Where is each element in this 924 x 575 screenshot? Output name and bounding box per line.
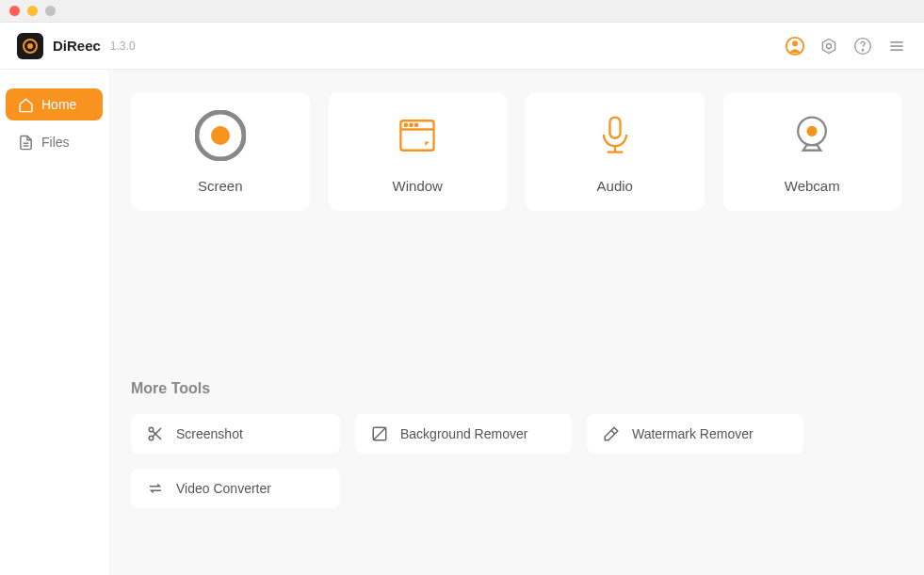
files-icon (17, 134, 34, 151)
tool-label: Watermark Remover (632, 426, 754, 441)
sidebar-item-label: Home (41, 97, 76, 112)
eraser-icon (602, 424, 621, 443)
card-label: Window (393, 178, 443, 194)
svg-point-24 (149, 436, 154, 440)
tool-background-remover[interactable]: Background Remover (355, 414, 572, 454)
tool-label: Screenshot (176, 426, 243, 441)
svg-line-29 (611, 430, 615, 434)
app-name: DiReec (53, 38, 101, 54)
record-window-card[interactable]: Window (329, 92, 508, 211)
more-tools-heading: More Tools (131, 380, 901, 397)
svg-marker-2 (822, 39, 835, 53)
tool-video-converter[interactable]: Video Converter (131, 469, 340, 508)
svg-point-5 (862, 49, 863, 50)
main-content: Screen Window (108, 70, 924, 575)
menu-icon[interactable] (886, 36, 907, 56)
svg-point-16 (411, 123, 413, 125)
tool-label: Video Converter (176, 481, 271, 496)
svg-line-28 (373, 427, 386, 440)
svg-rect-18 (609, 117, 620, 137)
webcam-icon (786, 110, 837, 161)
card-label: Webcam (785, 178, 840, 194)
home-icon (17, 96, 34, 113)
tool-watermark-remover[interactable]: Watermark Remover (587, 414, 803, 454)
titlebar (0, 0, 924, 23)
scissors-icon (146, 424, 165, 443)
svg-point-12 (211, 126, 230, 145)
user-icon[interactable] (785, 36, 805, 56)
svg-point-17 (415, 123, 417, 125)
svg-point-3 (827, 43, 832, 48)
tool-screenshot[interactable]: Screenshot (131, 414, 340, 454)
record-webcam-card[interactable]: Webcam (723, 92, 902, 211)
sidebar-item-label: Files (41, 135, 70, 150)
convert-icon (146, 479, 165, 498)
window-icon (392, 110, 443, 161)
window-minimize-button[interactable] (27, 6, 38, 16)
settings-icon[interactable] (819, 36, 839, 56)
svg-point-15 (405, 123, 407, 125)
microphone-icon (590, 110, 640, 161)
app-header: DiReec 1.3.0 (0, 23, 924, 70)
card-label: Screen (198, 178, 243, 194)
sidebar: Home Files (0, 70, 108, 575)
tool-label: Background Remover (400, 426, 527, 441)
card-label: Audio (597, 178, 633, 194)
background-remove-icon (370, 424, 389, 443)
svg-point-22 (807, 125, 818, 136)
window-maximize-button[interactable] (45, 6, 56, 16)
record-audio-card[interactable]: Audio (526, 92, 705, 211)
svg-point-1 (792, 40, 798, 46)
sidebar-item-home[interactable]: Home (6, 88, 103, 120)
record-screen-card[interactable]: Screen (131, 92, 310, 211)
app-version: 1.3.0 (110, 40, 136, 53)
window-close-button[interactable] (9, 6, 20, 16)
sidebar-item-files[interactable]: Files (6, 126, 103, 158)
svg-point-23 (149, 427, 154, 432)
screen-record-icon (195, 110, 246, 161)
app-logo (17, 33, 43, 59)
help-icon[interactable] (852, 36, 873, 56)
